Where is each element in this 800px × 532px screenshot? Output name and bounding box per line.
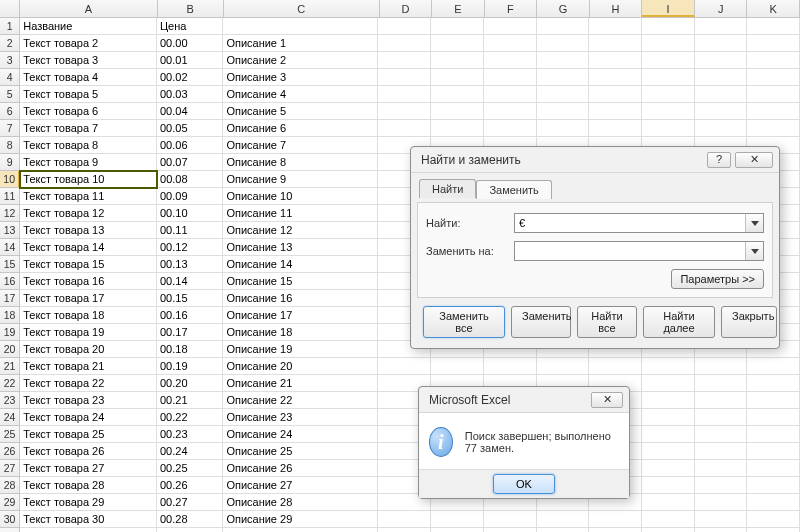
- column-header-E[interactable]: E: [432, 0, 485, 17]
- row-header[interactable]: 12: [0, 205, 20, 222]
- cell[interactable]: [642, 477, 695, 494]
- row-header[interactable]: 21: [0, 358, 20, 375]
- cell[interactable]: [747, 494, 800, 511]
- cell[interactable]: Описание 14: [223, 256, 378, 273]
- cell[interactable]: Описание 20: [223, 358, 378, 375]
- row-header[interactable]: 9: [0, 154, 20, 171]
- cell[interactable]: Описание 26: [223, 460, 378, 477]
- cell[interactable]: [378, 103, 431, 120]
- cell[interactable]: [642, 511, 695, 528]
- cell[interactable]: [484, 103, 537, 120]
- cell[interactable]: [642, 443, 695, 460]
- replace-dropdown-arrow[interactable]: [745, 242, 763, 260]
- cell[interactable]: [431, 69, 484, 86]
- row-header[interactable]: 25: [0, 426, 20, 443]
- cell[interactable]: [695, 392, 748, 409]
- row-header[interactable]: 15: [0, 256, 20, 273]
- cell[interactable]: [695, 103, 748, 120]
- cell[interactable]: [589, 35, 642, 52]
- cell[interactable]: Текст товара 13: [20, 222, 157, 239]
- cell[interactable]: Описание 2: [223, 52, 378, 69]
- row-header[interactable]: 10: [0, 171, 20, 188]
- cell[interactable]: [747, 86, 800, 103]
- cell[interactable]: 00.22: [157, 409, 223, 426]
- cell[interactable]: [747, 120, 800, 137]
- cell[interactable]: 00.26: [157, 477, 223, 494]
- cell[interactable]: Описание 24: [223, 426, 378, 443]
- cell[interactable]: [747, 18, 800, 35]
- find-combo[interactable]: [514, 213, 764, 233]
- row-header[interactable]: 11: [0, 188, 20, 205]
- cell[interactable]: Текст товара 18: [20, 307, 157, 324]
- column-header-F[interactable]: F: [485, 0, 538, 17]
- cell[interactable]: Описание 30: [223, 528, 378, 532]
- cell[interactable]: Текст товара 12: [20, 205, 157, 222]
- cell[interactable]: [589, 103, 642, 120]
- close-button[interactable]: Закрыть: [721, 306, 777, 338]
- cell[interactable]: [695, 120, 748, 137]
- close-icon[interactable]: ✕: [735, 152, 773, 168]
- cell[interactable]: [589, 528, 642, 532]
- cell[interactable]: [589, 69, 642, 86]
- cell[interactable]: [431, 35, 484, 52]
- find-next-button[interactable]: Найти далее: [643, 306, 715, 338]
- replace-button[interactable]: Заменить: [511, 306, 571, 338]
- column-header-G[interactable]: G: [537, 0, 590, 17]
- cell[interactable]: Текст товара 9: [20, 154, 157, 171]
- cell[interactable]: [695, 52, 748, 69]
- cell[interactable]: [642, 409, 695, 426]
- row-header[interactable]: 1: [0, 18, 20, 35]
- cell[interactable]: Текст товара 25: [20, 426, 157, 443]
- replace-input[interactable]: [515, 242, 745, 260]
- cell[interactable]: 00.11: [157, 222, 223, 239]
- cell[interactable]: 00.13: [157, 256, 223, 273]
- cell[interactable]: [747, 358, 800, 375]
- cell[interactable]: Цена: [157, 18, 223, 35]
- cell[interactable]: [747, 409, 800, 426]
- row-header[interactable]: 27: [0, 460, 20, 477]
- cell[interactable]: 00.21: [157, 392, 223, 409]
- cell[interactable]: [695, 511, 748, 528]
- column-header-A[interactable]: A: [20, 0, 157, 17]
- cell[interactable]: [431, 86, 484, 103]
- cell[interactable]: Текст товара 30: [20, 511, 157, 528]
- cell[interactable]: [747, 392, 800, 409]
- cell[interactable]: [378, 52, 431, 69]
- row-header[interactable]: 19: [0, 324, 20, 341]
- cell[interactable]: [747, 103, 800, 120]
- cell[interactable]: [747, 443, 800, 460]
- cell[interactable]: Описание 6: [223, 120, 378, 137]
- ok-button[interactable]: OK: [493, 474, 555, 494]
- cell[interactable]: [642, 86, 695, 103]
- cell[interactable]: [537, 18, 590, 35]
- replace-all-button[interactable]: Заменить все: [423, 306, 505, 338]
- cell[interactable]: [747, 52, 800, 69]
- cell[interactable]: Текст товара 5: [20, 86, 157, 103]
- cell[interactable]: [747, 511, 800, 528]
- cell[interactable]: Текст товара 7: [20, 120, 157, 137]
- cell[interactable]: 00.29: [157, 528, 223, 532]
- cell[interactable]: 00.09: [157, 188, 223, 205]
- cell[interactable]: [484, 511, 537, 528]
- cell[interactable]: [589, 18, 642, 35]
- cell[interactable]: 00.00: [157, 35, 223, 52]
- cell[interactable]: 00.03: [157, 86, 223, 103]
- cell[interactable]: [378, 358, 431, 375]
- cell[interactable]: Описание 10: [223, 188, 378, 205]
- params-button[interactable]: Параметры >>: [671, 269, 764, 289]
- cell[interactable]: [537, 358, 590, 375]
- cell[interactable]: 00.20: [157, 375, 223, 392]
- cell[interactable]: Описание 1: [223, 35, 378, 52]
- cell[interactable]: Описание 7: [223, 137, 378, 154]
- cell[interactable]: [695, 358, 748, 375]
- row-header[interactable]: 6: [0, 103, 20, 120]
- cell[interactable]: 00.12: [157, 239, 223, 256]
- cell[interactable]: Описание 15: [223, 273, 378, 290]
- column-header-J[interactable]: J: [695, 0, 748, 17]
- cell[interactable]: [695, 426, 748, 443]
- cell[interactable]: Текст товара 16: [20, 273, 157, 290]
- row-header[interactable]: 5: [0, 86, 20, 103]
- cell[interactable]: [537, 103, 590, 120]
- cell[interactable]: [431, 511, 484, 528]
- cell[interactable]: 00.07: [157, 154, 223, 171]
